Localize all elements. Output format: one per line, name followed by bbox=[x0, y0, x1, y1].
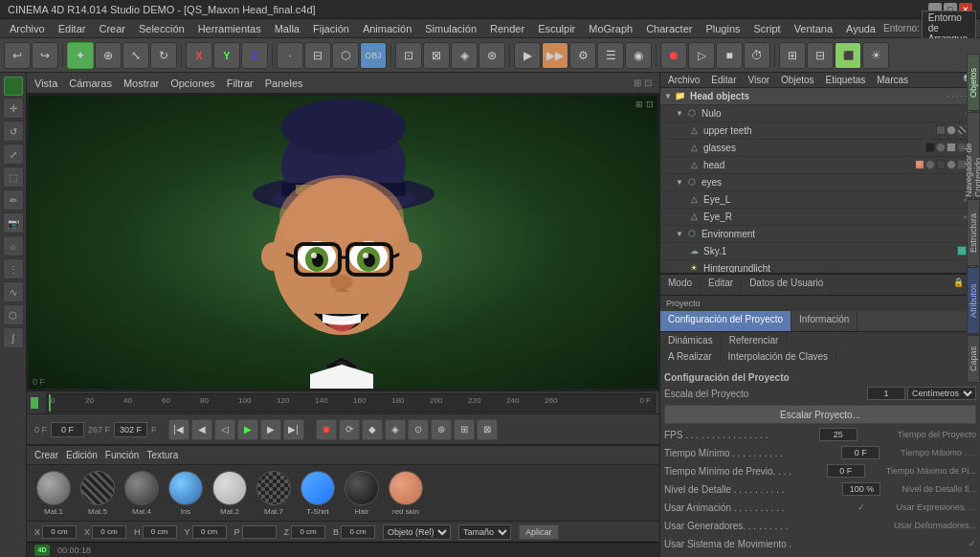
frame-snap-btn[interactable]: ⊠ bbox=[477, 419, 498, 440]
deform-btn[interactable]: ⋮ bbox=[3, 258, 24, 279]
expand-icon-eyes[interactable]: ▼ bbox=[676, 178, 683, 187]
obj-environment[interactable]: ▼ ⬡ Environment ✓ bbox=[660, 226, 980, 243]
attr-tab-datos[interactable]: Datos de Usuario bbox=[742, 275, 832, 295]
attr-subtab-info[interactable]: Información bbox=[791, 311, 858, 331]
side-tab-atributos[interactable]: Atributos bbox=[967, 267, 980, 334]
paint-tool-btn[interactable]: ✏ bbox=[3, 189, 24, 211]
grid-btn[interactable]: ⊞ bbox=[779, 42, 806, 69]
redo-btn[interactable]: ↪ bbox=[32, 42, 58, 69]
rotate-tool-btn[interactable]: ↺ bbox=[3, 121, 24, 142]
attr-tab-modo[interactable]: Modo bbox=[660, 275, 701, 295]
coord-x-input[interactable] bbox=[42, 525, 77, 539]
mat-textura[interactable]: Textura bbox=[146, 450, 178, 460]
scale-tool-btn[interactable]: ⤢ bbox=[3, 144, 24, 165]
edges-btn[interactable]: ⊟ bbox=[304, 42, 331, 69]
menu-seleccion[interactable]: Selección bbox=[133, 22, 190, 35]
play-back-btn[interactable]: ◁ bbox=[214, 419, 235, 440]
spline-btn[interactable]: ∫ bbox=[3, 327, 24, 348]
anim-btn[interactable]: ⏱ bbox=[744, 42, 770, 69]
viewport[interactable]: ⊞ ⊡ 0 F bbox=[27, 94, 659, 390]
render-settings-btn[interactable]: ⚙ bbox=[569, 42, 596, 69]
attr-escala-unit[interactable]: Centímetros bbox=[907, 387, 976, 400]
menu-animacion[interactable]: Animación bbox=[357, 22, 417, 35]
timeline-ruler[interactable]: 0 20 40 60 80 100 120 140 160 180 200 22… bbox=[46, 393, 656, 412]
move-btn[interactable]: ⊕ bbox=[95, 42, 122, 69]
stop-btn[interactable]: ■ bbox=[716, 42, 743, 69]
attr-tminp-input[interactable] bbox=[827, 464, 865, 478]
color-btn[interactable]: ⬛ bbox=[835, 42, 861, 69]
vp-mostrar[interactable]: Mostrar bbox=[123, 78, 159, 89]
mat-item-iris[interactable]: Iris bbox=[167, 471, 205, 516]
menu-herramientas[interactable]: Herramientas bbox=[192, 22, 267, 35]
move-tool-btn[interactable]: ✛ bbox=[3, 98, 24, 119]
render-view-btn[interactable]: ▶ bbox=[514, 42, 541, 69]
record-active-btn[interactable]: ⏺ bbox=[316, 419, 337, 440]
snap3-btn[interactable]: ◈ bbox=[451, 42, 478, 69]
vp-filtrar[interactable]: Filtrar bbox=[227, 78, 254, 89]
attr-subtab-ref[interactable]: Referenciar bbox=[722, 332, 788, 348]
obj-sky[interactable]: ☁ Sky.1 ✓ bbox=[660, 243, 980, 260]
side-tab-objetos[interactable]: Objetos bbox=[967, 54, 980, 111]
select-tool-btn[interactable]: ⬚ bbox=[3, 167, 24, 188]
obj-head[interactable]: △ head ✓ bbox=[660, 157, 980, 174]
attr-mov-check[interactable]: ✓ bbox=[969, 539, 976, 548]
menu-editar[interactable]: Editar bbox=[53, 22, 92, 35]
attr-tab-editar[interactable]: Editar bbox=[701, 275, 742, 295]
menu-character[interactable]: Character bbox=[640, 22, 698, 35]
vp-camaras[interactable]: Cámaras bbox=[69, 78, 112, 89]
obj-upper-teeth[interactable]: △ upper teeth ✓ bbox=[660, 123, 980, 140]
menu-archivo[interactable]: Archivo bbox=[4, 22, 51, 35]
layout-btn[interactable]: ⊟ bbox=[807, 42, 834, 69]
attr-anim-check[interactable]: ✓ bbox=[858, 502, 865, 512]
magnet-btn[interactable]: ⊛ bbox=[479, 42, 505, 69]
obj-nulo[interactable]: ▼ ⬡ Nulo ✓ · bbox=[660, 105, 980, 123]
camera-btn[interactable]: 📷 bbox=[3, 212, 24, 234]
attr-subtab-interp[interactable]: Interpolación de Claves bbox=[721, 348, 837, 365]
obj-btn[interactable]: OBJ bbox=[360, 42, 387, 69]
light-icon[interactable]: ☀ bbox=[862, 42, 889, 69]
grid-snap-btn[interactable]: ⊞ bbox=[454, 419, 475, 440]
menu-esculpir[interactable]: Esculpir bbox=[532, 22, 581, 35]
play-fwd-btn[interactable]: ▶ bbox=[237, 419, 258, 440]
coord-p-input[interactable] bbox=[242, 525, 277, 539]
mat-item-7[interactable]: Mat.7 bbox=[255, 471, 293, 516]
prev-frame-btn[interactable]: ◀ bbox=[191, 419, 212, 440]
vp-vista[interactable]: Vista bbox=[34, 78, 57, 89]
rp-editar[interactable]: Editar bbox=[707, 74, 740, 86]
tamaño-select[interactable]: Tamaño bbox=[458, 524, 511, 540]
menu-plugins[interactable]: Plugins bbox=[700, 22, 746, 35]
points-btn[interactable]: · bbox=[277, 42, 303, 69]
aplicar-btn[interactable]: Aplicar bbox=[519, 524, 559, 540]
render-extra-btn[interactable]: ◉ bbox=[625, 42, 652, 69]
rp-marcas[interactable]: Marcas bbox=[873, 74, 912, 86]
key-btn[interactable]: ◆ bbox=[362, 419, 383, 440]
mat-crear[interactable]: Crear bbox=[34, 450, 58, 460]
render-full-btn[interactable]: ▶▶ bbox=[542, 42, 568, 69]
menu-render[interactable]: Render bbox=[484, 22, 530, 35]
obj-glasses[interactable]: △ glasses ✓ bbox=[660, 140, 980, 157]
coord-z-input[interactable] bbox=[291, 525, 325, 539]
attr-tmin-input[interactable] bbox=[841, 446, 880, 459]
menu-crear[interactable]: Crear bbox=[93, 22, 131, 35]
menu-ayuda[interactable]: Ayuda bbox=[840, 22, 881, 35]
record-btn[interactable]: ⏺ bbox=[660, 42, 687, 69]
attr-nivel-input[interactable] bbox=[842, 482, 880, 496]
obj-hintergrundlicht[interactable]: ☀ Hintergrundlicht ✓ bbox=[660, 260, 980, 273]
anim-mode-btn[interactable]: ⊙ bbox=[408, 419, 429, 440]
coord-x2-input[interactable] bbox=[92, 525, 126, 539]
next-frame-btn[interactable]: ▶ bbox=[260, 419, 281, 440]
snap-btn[interactable]: ⊡ bbox=[395, 42, 422, 69]
mat-item-skin[interactable]: red skin bbox=[387, 471, 425, 516]
goto-start-btn[interactable]: |◀ bbox=[168, 419, 189, 440]
mat-item-4[interactable]: Mat.4 bbox=[122, 471, 161, 516]
attr-escalar-btn[interactable]: Escalar Proyecto... bbox=[664, 405, 976, 424]
render-queue-btn[interactable]: ☰ bbox=[597, 42, 624, 69]
attr-escala-input[interactable] bbox=[867, 387, 905, 400]
menu-malla[interactable]: Malla bbox=[269, 22, 305, 35]
polygon-btn[interactable]: ⬡ bbox=[3, 304, 24, 325]
expand-icon-head-objects[interactable]: ▼ bbox=[664, 92, 672, 100]
coord-b-input[interactable] bbox=[341, 525, 375, 539]
undo-btn[interactable]: ↩ bbox=[4, 42, 31, 69]
vp-paneles[interactable]: Paneles bbox=[265, 78, 303, 89]
attr-subtab-config[interactable]: Configuración del Proyecto bbox=[660, 311, 791, 331]
